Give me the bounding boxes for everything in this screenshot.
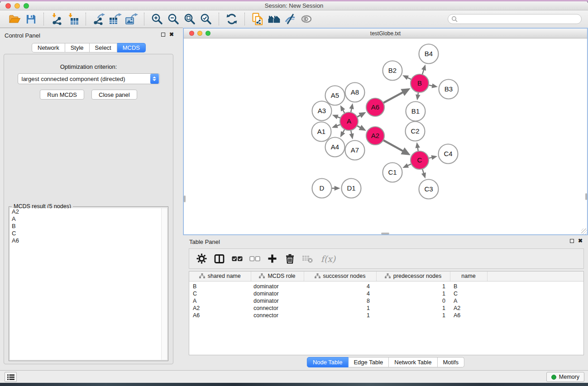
table-cell[interactable]: connector: [251, 312, 304, 319]
mcds-result-item[interactable]: C: [10, 230, 167, 237]
table-cell[interactable]: 1: [376, 305, 450, 312]
table-row[interactable]: Cdominator41C: [189, 290, 583, 297]
window-resize-grip[interactable]: [581, 229, 587, 234]
network-canvas[interactable]: B4B2BB3A8A5A6A3B1AA1C2A2A4A7C4CC1C3DD1: [184, 39, 587, 234]
canvas-scroll-thumb-right[interactable]: [585, 193, 587, 200]
search-field[interactable]: [448, 14, 582, 24]
refresh-layout-icon[interactable]: [224, 11, 240, 27]
mcds-result-item[interactable]: A6: [10, 237, 167, 244]
import-table-icon[interactable]: [65, 11, 81, 27]
float-panel-icon[interactable]: [161, 33, 165, 37]
node-table[interactable]: shared nameMCDS rolesuccessor nodesprede…: [189, 272, 583, 319]
tab-node-table[interactable]: Node Table: [307, 357, 349, 367]
home-view-icon[interactable]: [266, 11, 282, 27]
mcds-result-item[interactable]: A2: [10, 208, 167, 215]
table-cell[interactable]: A: [189, 297, 251, 305]
search-input[interactable]: [458, 16, 578, 22]
optimization-criterion-dropdown[interactable]: largest connected component (directed): [18, 73, 160, 84]
table-row[interactable]: Adominator80A: [189, 297, 583, 305]
table-cell[interactable]: B: [450, 281, 487, 290]
close-table-panel-icon[interactable]: ✖: [578, 238, 583, 243]
zoom-fit-icon[interactable]: [182, 11, 198, 27]
table-row[interactable]: A6connector11A6: [189, 312, 583, 319]
table-cell[interactable]: 1: [304, 312, 376, 319]
canvas-scroll-thumb-bottom[interactable]: [381, 233, 389, 234]
table-cell[interactable]: A2: [450, 305, 487, 312]
zoom-in-icon[interactable]: [149, 11, 165, 27]
table-row[interactable]: Bdominator41B: [189, 281, 583, 290]
open-session-icon[interactable]: [6, 11, 23, 27]
table-cell[interactable]: 4: [304, 281, 376, 290]
minimize-window-button[interactable]: [14, 3, 20, 9]
tab-network[interactable]: Network: [32, 43, 65, 52]
column-header-name[interactable]: name: [450, 272, 487, 281]
import-network-icon[interactable]: [48, 11, 65, 27]
task-history-button[interactable]: [5, 372, 17, 382]
select-all-checkboxes-icon[interactable]: [228, 256, 246, 262]
graph-node-label-C1: C1: [388, 168, 397, 176]
zoom-selected-icon[interactable]: [198, 11, 214, 27]
tab-motifs[interactable]: Motifs: [437, 357, 464, 367]
zoom-window-button[interactable]: [24, 3, 29, 9]
table-cell[interactable]: C: [450, 290, 487, 297]
tab-edge-table[interactable]: Edge Table: [348, 357, 389, 367]
close-panel-icon[interactable]: ✖: [169, 32, 174, 37]
table-settings-icon[interactable]: [193, 253, 210, 264]
table-cell[interactable]: 4: [304, 290, 376, 297]
show-view-icon[interactable]: [298, 11, 315, 27]
tab-mcds[interactable]: MCDS: [117, 43, 146, 52]
run-mcds-button[interactable]: Run MCDS: [40, 90, 84, 100]
close-panel-button[interactable]: Close panel: [91, 90, 137, 100]
mcds-result-list[interactable]: A2ABCA6: [10, 208, 167, 360]
list-scrollbar[interactable]: [161, 208, 167, 360]
table-cell[interactable]: 8: [304, 297, 376, 305]
show-columns-icon[interactable]: [210, 254, 228, 264]
table-cell[interactable]: dominator: [251, 281, 304, 290]
table-cell[interactable]: dominator: [251, 290, 304, 297]
zoom-out-icon[interactable]: [165, 11, 182, 27]
add-column-icon[interactable]: [263, 254, 281, 263]
memory-button[interactable]: Memory: [546, 372, 584, 382]
toolbar-separator: [219, 13, 219, 25]
zoom-network-window-button[interactable]: [206, 31, 210, 36]
table-cell[interactable]: dominator: [251, 297, 304, 305]
table-cell[interactable]: A2: [189, 305, 251, 312]
hide-graphics-details-icon[interactable]: [282, 11, 298, 27]
table-cell[interactable]: 1: [376, 312, 450, 319]
column-header-mcds-role[interactable]: MCDS role: [251, 272, 304, 281]
tab-style[interactable]: Style: [65, 43, 90, 52]
save-session-icon[interactable]: [23, 11, 39, 27]
table-cell[interactable]: 0: [376, 297, 450, 305]
duplicate-network-icon[interactable]: [249, 11, 266, 27]
column-header-predecessor-nodes[interactable]: predecessor nodes: [376, 272, 450, 281]
export-table-icon[interactable]: [107, 11, 123, 27]
table-cell[interactable]: connector: [251, 305, 304, 312]
tab-network-table[interactable]: Network Table: [389, 357, 437, 367]
close-window-button[interactable]: [5, 3, 11, 9]
mcds-result-item[interactable]: A: [10, 215, 167, 223]
table-cell[interactable]: A6: [189, 312, 251, 319]
network-graph[interactable]: B4B2BB3A8A5A6A3B1AA1C2A2A4A7C4CC1C3DD1: [184, 39, 587, 234]
column-header-shared-name[interactable]: shared name: [189, 272, 251, 281]
table-cell[interactable]: C: [189, 290, 251, 297]
table-row[interactable]: A2connector11A2: [189, 305, 583, 312]
canvas-scroll-thumb-left[interactable]: [184, 195, 186, 202]
export-image-icon[interactable]: [123, 11, 139, 27]
mcds-result-item[interactable]: B: [10, 223, 167, 230]
delete-column-icon[interactable]: [281, 254, 299, 264]
column-header-successor-nodes[interactable]: successor nodes: [304, 272, 376, 281]
minimize-network-window-button[interactable]: [197, 31, 202, 36]
float-table-panel-icon[interactable]: [570, 239, 574, 243]
table-cell[interactable]: B: [189, 281, 251, 290]
table-cell[interactable]: 1: [376, 290, 450, 297]
table-cell[interactable]: 1: [304, 305, 376, 312]
tab-select[interactable]: Select: [90, 43, 117, 52]
deselect-all-checkboxes-icon[interactable]: [246, 256, 263, 262]
graph-edge-arrowhead: [349, 103, 354, 110]
close-network-window-button[interactable]: [189, 31, 194, 36]
table-cell[interactable]: 1: [376, 281, 450, 290]
table-cell[interactable]: A6: [450, 312, 487, 319]
table-cell[interactable]: A: [450, 297, 487, 305]
network-window-titlebar[interactable]: testGlobe.txt: [184, 29, 587, 38]
export-network-icon[interactable]: [91, 11, 107, 27]
